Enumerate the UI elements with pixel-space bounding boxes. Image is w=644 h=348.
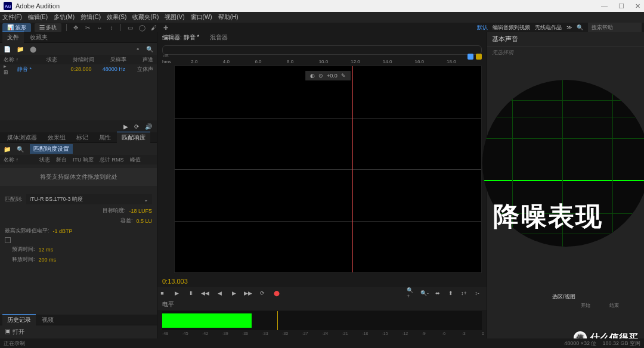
col-samplerate[interactable]: 采样率 [100,56,126,64]
fx-icon[interactable]: ✎ [341,73,346,79]
maximize-button[interactable]: ☐ [618,2,624,10]
editor-tab-file[interactable]: 编辑器: 静音 * [160,33,202,42]
release-value[interactable]: 200 ms [39,257,57,263]
tab-effects-rack[interactable]: 效果组 [43,132,70,143]
tab-properties[interactable]: 属性 [94,132,116,143]
waveform-display[interactable]: ◐ ⊙ +0.0 ✎ [174,66,482,273]
menu-favorites[interactable]: 收藏夹(R) [132,13,159,21]
peak-value[interactable]: -1 dBTP [53,228,73,234]
minimize-button[interactable]: — [601,2,608,10]
ml-scan-icon[interactable]: 🔍 [17,146,24,153]
rec-file-icon[interactable]: ⬤ [30,46,36,52]
zoom-sel-icon[interactable]: ⬍ [446,289,456,297]
tool-slip-icon[interactable]: ↔ [95,23,104,32]
loop-button[interactable]: ⟳ [258,289,267,297]
time-ruler[interactable]: hms 2.0 4.0 6.0 8.0 10.0 12.0 14.0 16.0 … [162,57,482,66]
menu-file[interactable]: 文件(F) [2,13,22,21]
overlay-caption: 降噪表现 [493,199,644,234]
col-channels[interactable]: 声道 [132,56,153,64]
tab-history[interactable]: 历史记录 [2,314,36,325]
zoom-full-icon[interactable]: ⬌ [433,289,442,297]
tab-match-loudness[interactable]: 匹配响度 [117,132,150,143]
ml-col-peak[interactable]: 峰值 [130,156,141,164]
gain-hud[interactable]: ◐ ⊙ +0.0 ✎ [305,71,351,80]
marker-icon[interactable] [476,54,482,60]
tool-brush-icon[interactable]: 🖌 [150,23,158,32]
close-button[interactable]: ✕ [635,2,640,10]
tab-favorites[interactable]: 收藏夹 [25,32,52,43]
menu-help[interactable]: 帮助(H) [218,13,239,21]
tolerance-value[interactable]: 0.5 LU [136,218,152,224]
tool-razor-icon[interactable]: ✂ [83,23,92,32]
tool-move-icon[interactable]: ✥ [72,23,80,32]
pan-knob-icon[interactable]: ◐ [310,73,315,79]
limiter-checkbox[interactable] [5,237,11,243]
overview-bar[interactable] [162,45,482,55]
files-panel-tabs: 文件 收藏夹 [0,32,157,43]
ml-col-name[interactable]: 名称 ↑ [4,156,33,164]
col-duration[interactable]: 持续时间 [68,56,94,64]
standard-dropdown[interactable]: ITU-R BS.1770-3 响度⌄ [26,194,152,204]
menu-window[interactable]: 窗口(W) [191,13,212,21]
levels-meter[interactable] [162,311,482,330]
target-label: 目标响度: [103,207,126,215]
history-item[interactable]: ▣ 打开 [0,325,157,338]
zoom-in-v-icon[interactable]: ↕+ [459,289,469,297]
new-file-icon[interactable]: 📄 [4,46,11,52]
col-name[interactable]: 名称 ↑ [4,56,41,64]
tab-video[interactable]: 视频 [37,315,58,325]
menu-clip[interactable]: 剪辑(C) [80,13,101,21]
gain-knob-icon[interactable]: ⊙ [318,73,323,79]
ml-col-stage[interactable]: 舞台 [56,156,67,164]
tool-marquee-icon[interactable]: ▭ [126,23,134,32]
search-input[interactable]: 搜索帮助 [588,23,642,33]
open-file-icon[interactable]: 📁 [17,46,24,52]
tab-media-browser[interactable]: 媒体浏览器 [2,132,42,143]
col-status[interactable]: 状态 [47,56,62,64]
rewind-button[interactable]: ◀ [215,289,224,297]
filter-icon[interactable]: ⚬ [135,46,140,52]
tool-heal-icon[interactable]: ✚ [162,23,170,32]
ml-add-icon[interactable]: 📁 [4,146,11,153]
zoom-out-icon[interactable]: 🔍- [420,289,429,297]
workspace-radio[interactable]: 无线电作品 [535,24,562,32]
ml-col-itu[interactable]: ITU 响度 [73,156,94,164]
preview-play-icon[interactable]: ▶ [123,123,128,130]
forward-button[interactable]: ▶ [229,289,239,297]
menu-multitrack[interactable]: 多轨(M) [54,13,75,21]
workspace-more[interactable]: ≫ [566,24,572,30]
preview-loop-icon[interactable]: ⟳ [134,123,139,130]
marker-icon[interactable] [467,54,473,60]
search-files-icon[interactable]: 🔍 [146,46,153,52]
prev-button[interactable]: ◀◀ [200,289,210,297]
editor-tab-mixer[interactable]: 混音器 [208,33,230,42]
zoom-out-v-icon[interactable]: ↕- [472,289,482,297]
preview-transport: ▶ ⟳ 🔊 [0,120,157,132]
ml-col-status[interactable]: 状态 [39,156,50,164]
tool-time-icon[interactable]: ↕ [107,23,116,32]
workspace-default[interactable]: 默认 [477,24,488,32]
mode-waveform[interactable]: 📊 波形 [2,23,31,32]
next-button[interactable]: ▶▶ [243,289,253,297]
ml-col-rms[interactable]: 总计 RMS [100,156,124,164]
dropzone[interactable]: 将受支持媒体文件拖放到此处 [0,168,157,186]
lookahead-value[interactable]: 12 ms [39,247,54,253]
tab-markers[interactable]: 标记 [72,132,93,143]
preview-auto-icon[interactable]: 🔊 [145,123,152,130]
menu-edit[interactable]: 编辑(E) [28,13,48,21]
tool-lasso-icon[interactable]: ◯ [138,23,146,32]
search-icon[interactable]: 🔍 [577,24,583,30]
pause-button[interactable]: ⏸ [186,289,196,297]
playhead[interactable] [352,66,353,272]
menu-view[interactable]: 视图(V) [165,13,184,21]
target-value[interactable]: -18 LUFS [129,208,152,214]
record-button[interactable]: ⬤ [272,289,281,297]
match-settings-link[interactable]: 匹配响度设置 [30,144,73,154]
file-row[interactable]: ▸ ⊞ 静音 * 0:28.000 48000 Hz 立体声 [0,64,157,74]
status-recording: 正在录制 [4,340,25,347]
zoom-in-icon[interactable]: 🔍+ [407,289,416,297]
mode-multitrack[interactable]: ☰ 多轨 [35,23,62,32]
menu-effects[interactable]: 效果(S) [107,13,126,21]
tab-files[interactable]: 文件 [2,32,24,43]
workspace-audio-video[interactable]: 编辑音频到视频 [493,24,530,32]
